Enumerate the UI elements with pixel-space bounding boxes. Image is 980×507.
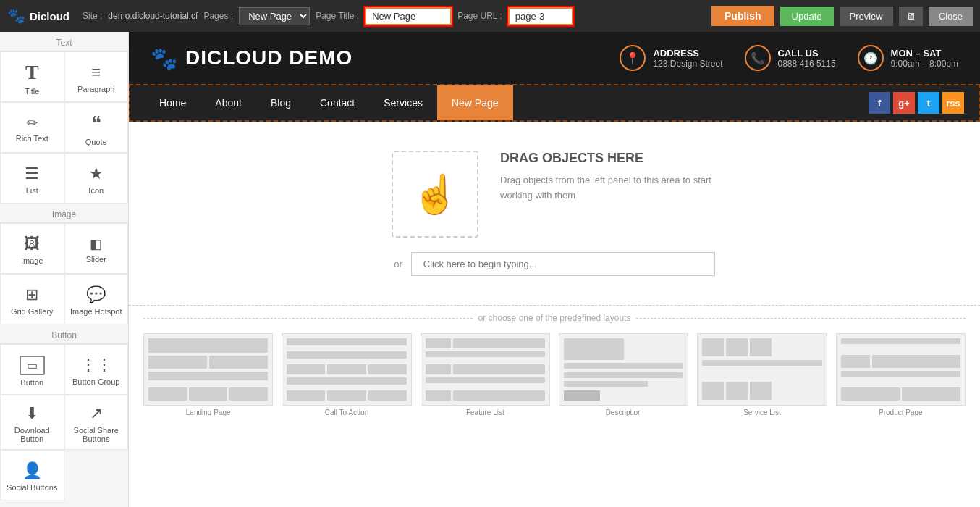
close-button[interactable]: Close <box>929 7 973 26</box>
social-rss[interactable]: rss <box>942 92 964 114</box>
sidebar-item-image-hotspot[interactable]: 💬 Image Hotspot <box>64 274 129 324</box>
nav-home[interactable]: Home <box>145 85 200 120</box>
quote-label: Quote <box>85 138 107 146</box>
site-value: demo.dicloud-tutorial.cf <box>108 11 198 21</box>
download-button-icon: ⬇ <box>25 404 38 423</box>
site-header: 🐾 DICLOUD DEMO 📍 ADDRESS 123,Design Stre… <box>129 32 980 84</box>
grid-gallery-icon: ⊞ <box>25 285 38 304</box>
drag-title: DRAG OBJECTS HERE <box>500 151 717 166</box>
sidebar-item-button-group[interactable]: ⋮⋮ Button Group <box>64 344 129 395</box>
hours-sub: 9:00am – 8:00pm <box>891 59 958 69</box>
logo-text: DICLOUD DEMO <box>185 46 352 70</box>
pages-label: Pages : <box>203 11 233 21</box>
page-url-input[interactable] <box>508 7 573 25</box>
icon-label: Icon <box>88 186 104 195</box>
drop-text-box: DRAG OBJECTS HERE Drag objects from the … <box>500 151 717 204</box>
sidebar-item-grid-gallery[interactable]: ⊞ Grid Gallery <box>0 274 64 324</box>
nav-services[interactable]: Services <box>369 85 437 120</box>
layout-feature-list[interactable]: Feature List <box>421 333 550 416</box>
rich-text-label: Rich Text <box>16 134 48 143</box>
nav-blog[interactable]: Blog <box>256 85 305 120</box>
social-googleplus[interactable]: g+ <box>893 92 915 114</box>
layout-description[interactable]: Description <box>559 333 688 416</box>
image-label: Image <box>21 256 43 265</box>
site-logo: 🐾 DICLOUD DEMO <box>151 46 352 71</box>
site-nav: Home About Blog Contact Services New Pag… <box>129 84 980 122</box>
sidebar-section-button: Button <box>0 324 128 344</box>
header-hours-text: MON – SAT 9:00am – 8:00pm <box>891 48 958 69</box>
social-buttons-icon: 👤 <box>22 461 42 480</box>
page-title-input[interactable] <box>365 7 452 25</box>
sidebar-item-quote[interactable]: ❝ Quote <box>64 102 129 153</box>
sidebar-item-slider[interactable]: ◧ Slider <box>64 223 129 274</box>
rich-text-icon: ✏ <box>27 115 38 131</box>
logo-paw-icon: 🐾 <box>151 46 178 71</box>
pages-select[interactable]: New Page <box>239 7 310 25</box>
address-sub: 123,Design Street <box>653 59 722 69</box>
sidebar-item-list[interactable]: ☰ List <box>0 153 64 204</box>
layout-landing-page[interactable]: Landing Page <box>143 333 273 416</box>
list-label: List <box>26 186 38 195</box>
call-sub: 0888 416 5115 <box>778 59 836 69</box>
social-buttons-label: Social Buttons <box>7 483 57 492</box>
image-grid: 🖼 Image ◧ Slider ⊞ Grid Gallery 💬 Image … <box>0 223 128 324</box>
page-title-label: Page Title : <box>316 11 359 21</box>
predefined-section: or choose one of the predefined layouts <box>129 306 980 431</box>
layout-feature-list-label: Feature List <box>421 408 550 416</box>
sidebar-item-download-button[interactable]: ⬇ Download Button <box>0 395 64 450</box>
sidebar-item-paragraph[interactable]: ≡ Paragraph <box>64 51 129 102</box>
or-label: or <box>394 259 402 269</box>
main-layout: Text T Title ≡ Paragraph ✏ Rich Text ❝ Q… <box>0 32 980 507</box>
social-twitter[interactable]: t <box>918 92 939 114</box>
layout-service-list[interactable]: Service List <box>697 333 827 416</box>
slider-label: Slider <box>86 255 106 264</box>
paragraph-icon: ≡ <box>91 63 101 82</box>
sidebar-item-icon[interactable]: ★ Icon <box>64 153 129 204</box>
sidebar-item-title[interactable]: T Title <box>0 51 64 102</box>
site-label: Site : <box>83 11 102 21</box>
layout-service-list-label: Service List <box>697 408 827 416</box>
layout-call-to-action[interactable]: Call To Action <box>282 333 411 416</box>
sidebar-item-social-buttons[interactable]: 👤 Social Buttons <box>0 450 64 500</box>
predefined-grid: Landing Page <box>143 333 966 416</box>
header-phone-text: CALL US 0888 416 5115 <box>778 48 836 69</box>
sidebar-item-image[interactable]: 🖼 Image <box>0 223 64 274</box>
preview-button[interactable]: Preview <box>840 7 893 26</box>
page-url-label: Page URL : <box>457 11 502 21</box>
address-icon: 📍 <box>620 45 646 71</box>
hours-title: MON – SAT <box>891 48 958 59</box>
sidebar: Text T Title ≡ Paragraph ✏ Rich Text ❝ Q… <box>0 32 129 507</box>
social-share-label: Social Share Buttons <box>68 426 125 443</box>
nav-new-page[interactable]: New Page <box>437 85 513 120</box>
sidebar-item-social-share[interactable]: ↗ Social Share Buttons <box>64 395 129 450</box>
image-hotspot-label: Image Hotspot <box>70 307 122 316</box>
brand-name: Dicloud <box>30 10 69 22</box>
update-button[interactable]: Update <box>780 7 834 26</box>
button-group-label: Button Group <box>72 377 119 386</box>
drop-inner: ☝ DRAG OBJECTS HERE Drag objects from th… <box>392 151 717 238</box>
predefined-label: or choose one of the predefined layouts <box>143 313 966 323</box>
layout-landing-page-label: Landing Page <box>143 408 273 416</box>
site-preview: 🐾 DICLOUD DEMO 📍 ADDRESS 123,Design Stre… <box>129 32 980 507</box>
layout-product-page[interactable]: Product Page <box>836 333 966 416</box>
brand: 🐾 Dicloud <box>7 7 69 25</box>
publish-button[interactable]: Publish <box>711 6 774 26</box>
title-icon: T <box>25 61 39 84</box>
download-button-label: Download Button <box>4 426 61 443</box>
type-input[interactable] <box>411 252 715 276</box>
nav-contact[interactable]: Contact <box>305 85 369 120</box>
header-phone: 📞 CALL US 0888 416 5115 <box>745 45 836 71</box>
phone-icon: 📞 <box>745 45 771 71</box>
monitor-button[interactable]: 🖥 <box>899 7 923 26</box>
drop-area: ☝ DRAG OBJECTS HERE Drag objects from th… <box>129 122 980 306</box>
nav-social: f g+ t rss <box>869 92 964 114</box>
grid-gallery-label: Grid Gallery <box>11 307 54 316</box>
nav-about[interactable]: About <box>200 85 256 120</box>
social-facebook[interactable]: f <box>869 92 890 114</box>
sidebar-item-rich-text[interactable]: ✏ Rich Text <box>0 102 64 153</box>
nav-links: Home About Blog Contact Services New Pag… <box>145 85 513 120</box>
image-hotspot-icon: 💬 <box>86 285 106 304</box>
sidebar-item-button[interactable]: ▭ Button <box>0 344 64 395</box>
button-label: Button <box>20 378 43 387</box>
drop-icon-box: ☝ <box>392 151 478 238</box>
